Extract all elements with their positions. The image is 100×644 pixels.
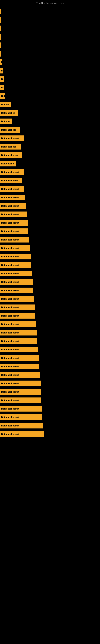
bar-row: Bottleneck result [0,422,100,430]
bar: Bo [0,68,3,74]
bar-row: Bottleneck result [0,210,100,218]
bar-label: Bottleneck result [1,391,19,393]
bar-label: Bo [1,86,3,89]
bar-row: Bottleneck result [0,244,100,252]
bar-row: Bottleneck result [0,413,100,421]
bar: Bottleneck result [0,245,30,251]
bar: Bottleneck result [0,372,40,378]
bar-label: Bottleneck result [1,238,19,241]
bar-row: Bottleneck result [0,134,100,142]
bar [0,17,1,23]
bar-row: Bottleneck result [0,236,100,244]
bar-row [0,33,100,41]
bar: Bottleneck result [0,355,39,361]
bar-label: Bottleneck result [1,196,19,199]
bar-label: Bottten [1,103,9,106]
bar-label: Bottleneck res [1,128,16,131]
site-title: TheBottlenecker.com [0,0,100,6]
bar-row: Bot [0,75,100,83]
bar: Bottleneck result [0,212,27,217]
bar-label: Bottleneck res [1,146,16,148]
bar [0,9,1,14]
bar: Bottenec [0,118,12,124]
bar-row: Bottleneck result [0,185,100,193]
bar-row [0,24,100,32]
bar: Bottleneck result [0,304,35,310]
bar-label: Bottleneck result [1,188,19,190]
bar-row: Bottleneck result [0,286,100,294]
bar-label: Bottleneck result [1,230,19,232]
bar-label: Bottleneck result [1,213,19,216]
bar-label: Bottleneck result [1,222,19,224]
bar-row: Bottleneck result [0,371,100,379]
bar-row: Bottleneck res [0,126,100,134]
bar-row [0,8,100,15]
bar-label: Bottleneck result [1,365,19,368]
bar-label: Bottleneck result [1,306,19,308]
bars-container: BBoBotBoBotBotttenBottleneck reBottenecB… [0,6,100,441]
bar-label: Bottleneck result [1,264,19,266]
bar-row: Bottleneck result [0,194,100,201]
bar-row: Bottleneck r [0,160,100,168]
bar-row: Bottleneck result [0,396,100,404]
bar: Bottleneck result [0,237,29,242]
bar: Bottleneck result [0,271,32,276]
bar: Bottleneck result [0,194,25,200]
bar: Bottleneck result [0,423,43,428]
bar: Bottleneck result [0,136,24,141]
bar: Bottleneck result [0,169,24,175]
bar: Bottleneck result [0,414,42,420]
bar: Bottleneck result [0,322,36,327]
bar-row: Bo [0,67,100,74]
bar-label: Bottleneck result [1,205,19,207]
bar-label: Bot [1,78,4,80]
bar-label: Bottleneck result [1,357,19,359]
bar-row: Bot [0,92,100,100]
bar-row: Bottleneck result [0,295,100,303]
bar-label: B [1,61,2,64]
bar-row [0,16,100,24]
bar [0,42,1,48]
bar-label: Bottleneck result [1,298,19,300]
bar: Bottleneck result [0,254,31,260]
bar-label: Bottleneck result [1,323,19,326]
bar-label: Bottleneck result [1,424,19,427]
bar: B [0,59,2,65]
bar: Bottleneck result [0,288,33,293]
bar: Bottleneck result [0,380,41,386]
bar-label: Bottleneck result [1,289,19,292]
bar-row: Bottleneck result [0,304,100,311]
bar-row: Bottleneck result [0,329,100,336]
bar-label: Bottleneck result [1,374,19,376]
bar: Bottleneck result [0,406,42,412]
bar: Bottleneck result [0,330,37,336]
bar-row: Bottleneck result [0,354,100,362]
bar-row: Bottleneck result [0,320,100,328]
bar: Bottleneck r [0,161,16,166]
bar-label: Bottleneck result [1,171,19,173]
bar [0,51,1,56]
bar-row [0,50,100,58]
bar-label: Bottleneck result [1,314,19,317]
bar-row: Bottleneck result [0,228,100,235]
bar-label: Bottleneck result [1,416,19,418]
bar-row: Bottleneck re [0,109,100,117]
bar-row: Bottleneck result [0,219,100,226]
bar-label: Bottleneck result [1,408,19,410]
bar: Bottleneck result [0,203,26,209]
bar-row: Bottleneck result [0,388,100,396]
bar-row: Bottleneck res [0,143,100,150]
bar: Bottleneck result [0,364,39,369]
bar: Bot [0,93,5,99]
bar-label: Bottleneck result [1,137,19,140]
bar-label: Bottenec [1,120,11,122]
bar: Bottleneck re [0,110,18,116]
bar: Bottleneck result [0,431,44,437]
bar-label: Bottleneck result [1,272,19,275]
bar: Bot [0,76,4,82]
bar-row: Bottten [0,100,100,108]
bar-row: B [0,58,100,66]
bar: Bottleneck result [0,347,38,352]
bar: Bo [0,85,3,90]
bar: Bottleneck result [0,220,28,226]
